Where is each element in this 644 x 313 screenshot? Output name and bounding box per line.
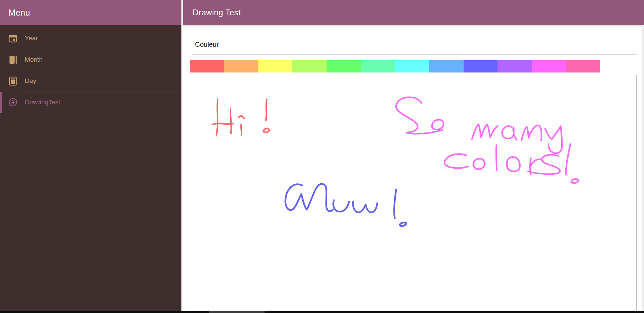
sidebar-item-label: DrawingTest xyxy=(25,99,60,106)
color-swatch-4[interactable] xyxy=(327,60,361,72)
color-swatch-9[interactable] xyxy=(497,60,532,72)
bottom-scrollbar-thumb[interactable] xyxy=(209,311,265,313)
sidebar-menu: Year Month Day xyxy=(0,25,181,113)
sidebar: Menu Year Month xyxy=(0,0,181,313)
journal-icon xyxy=(8,76,18,86)
sidebar-item-label: Year xyxy=(25,35,38,42)
color-swatch-1[interactable] xyxy=(224,60,258,72)
color-swatch-10[interactable] xyxy=(532,60,566,72)
color-swatch-7[interactable] xyxy=(429,60,464,72)
sidebar-header: Menu xyxy=(0,0,181,25)
drawing-strokes-svg xyxy=(189,75,636,311)
color-swatch-5[interactable] xyxy=(361,60,395,72)
couleur-divider xyxy=(192,54,637,55)
active-indicator xyxy=(0,92,2,113)
drawing-2 xyxy=(286,184,406,226)
vertical-scrollbar[interactable] xyxy=(642,25,644,311)
book-icon xyxy=(8,55,18,65)
sidebar-item-day[interactable]: Day xyxy=(0,70,181,91)
menu-divider xyxy=(22,113,181,113)
color-swatch-3[interactable] xyxy=(292,60,327,72)
main-header: Drawing Test xyxy=(183,0,644,25)
color-swatch-6[interactable] xyxy=(395,60,429,72)
calendar-icon xyxy=(8,33,18,43)
bottom-scrollbar[interactable] xyxy=(0,311,644,313)
sidebar-item-label: Month xyxy=(25,56,43,63)
drawing-canvas[interactable] xyxy=(189,75,637,311)
sidebar-item-drawingtest[interactable]: DrawingTest xyxy=(0,92,181,113)
sidebar-item-month[interactable]: Month xyxy=(0,49,181,70)
sidebar-item-year[interactable]: Year xyxy=(0,28,181,49)
sidebar-title: Menu xyxy=(8,8,30,18)
color-swatch-11[interactable] xyxy=(566,60,600,72)
color-swatch-8[interactable] xyxy=(464,60,498,72)
color-palette xyxy=(190,60,600,72)
color-swatch-0[interactable] xyxy=(190,60,224,72)
sidebar-item-label: Day xyxy=(25,77,36,85)
arrow-right-circle-icon xyxy=(8,97,18,107)
app-window: Menu Year Month xyxy=(0,0,644,313)
couleur-label: Couleur xyxy=(195,41,219,48)
color-swatch-2[interactable] xyxy=(258,60,293,72)
drawing-1 xyxy=(396,97,578,183)
page-title: Drawing Test xyxy=(193,8,241,17)
drawing-0 xyxy=(212,99,269,136)
